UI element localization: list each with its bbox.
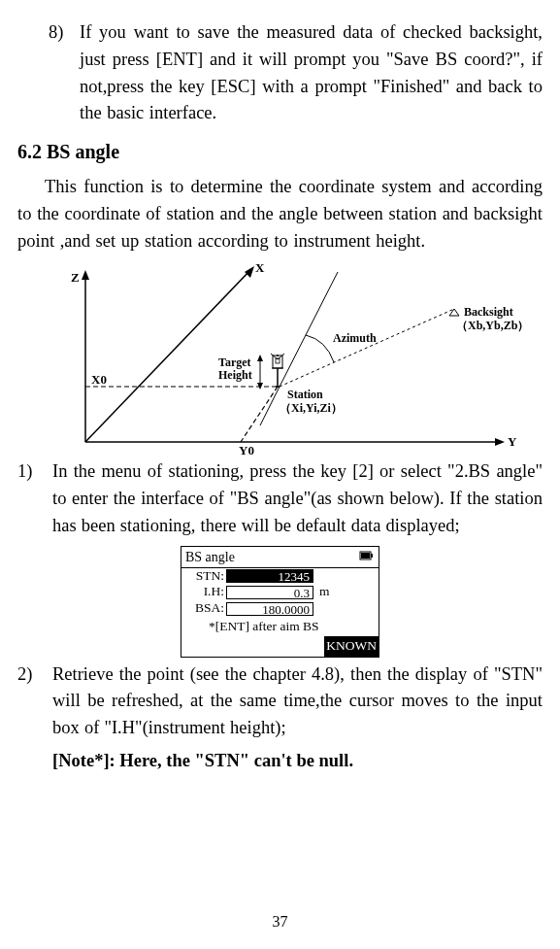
svg-marker-1 xyxy=(82,270,89,280)
station-coord: （Xi,Yi,Zi） xyxy=(280,401,343,415)
list-item-8: 8) If you want to save the measured data… xyxy=(49,19,543,127)
target-height-label-1: Target xyxy=(218,356,251,369)
item-number: 8) xyxy=(49,19,80,127)
svg-marker-18 xyxy=(257,355,263,361)
svg-line-8 xyxy=(260,387,280,425)
list-item-1: 1) In the menu of stationing, press the … xyxy=(17,458,543,539)
item-number: 2) xyxy=(17,661,52,742)
known-button: KNOWN xyxy=(324,636,379,656)
bsa-row: BSA: 180.0000 xyxy=(181,600,379,617)
section-heading: 6.2 BS angle xyxy=(17,137,543,166)
svg-line-7 xyxy=(280,272,338,387)
svg-line-21 xyxy=(241,387,278,442)
device-display: BS angle STN: 12345 I.H: 0.3 m BSA: 180.… xyxy=(181,546,379,658)
svg-marker-3 xyxy=(495,438,505,446)
backsight-label: Backsight xyxy=(464,305,513,319)
battery-icon xyxy=(359,547,375,566)
known-row: KNOWN xyxy=(181,636,379,656)
ih-value: 0.3 xyxy=(226,586,313,599)
display-title: BS angle xyxy=(185,547,235,567)
bsa-value: 180.0000 xyxy=(226,602,313,616)
ih-row: I.H: 0.3 m xyxy=(181,584,379,600)
svg-rect-24 xyxy=(361,553,370,559)
x0-label: X0 xyxy=(91,372,107,387)
item-text: Retrieve the point (see the chapter 4.8)… xyxy=(52,661,543,742)
ih-label: I.H: xyxy=(185,584,226,600)
y-axis-label: Y xyxy=(508,434,517,449)
intro-paragraph: This function is to determine the coordi… xyxy=(17,174,543,254)
ih-unit: m xyxy=(313,584,330,600)
svg-line-6 xyxy=(280,309,454,387)
svg-marker-5 xyxy=(245,266,254,278)
target-height-label-2: Height xyxy=(218,368,252,382)
page-number: 37 xyxy=(0,910,560,933)
station-label: Station xyxy=(287,388,323,401)
stn-label: STN: xyxy=(185,568,226,585)
x-axis-label: X xyxy=(255,262,265,275)
z-axis-label: Z xyxy=(71,270,80,285)
coordinate-diagram: Z Y X Azimuth xyxy=(37,262,542,457)
azimuth-label: Azimuth xyxy=(333,331,377,345)
note-text: [Note*]: Here, the "STN" can't be null. xyxy=(52,748,543,775)
svg-rect-25 xyxy=(371,554,373,558)
stn-row: STN: 12345 xyxy=(181,568,379,585)
y0-label: Y0 xyxy=(239,443,254,457)
svg-point-13 xyxy=(277,355,279,356)
bsa-label: BSA: xyxy=(185,600,226,617)
stn-value: 12345 xyxy=(226,569,313,583)
display-title-row: BS angle xyxy=(181,547,379,568)
list-item-2: 2) Retrieve the point (see the chapter 4… xyxy=(17,661,543,742)
item-text: In the menu of stationing, press the key… xyxy=(52,458,543,539)
hint-row: *[ENT] after aim BS xyxy=(181,617,379,636)
item-number: 1) xyxy=(17,458,52,539)
item-text: If you want to save the measured data of… xyxy=(80,19,543,127)
backsight-coord: （Xb,Yb,Zb） xyxy=(456,319,529,332)
